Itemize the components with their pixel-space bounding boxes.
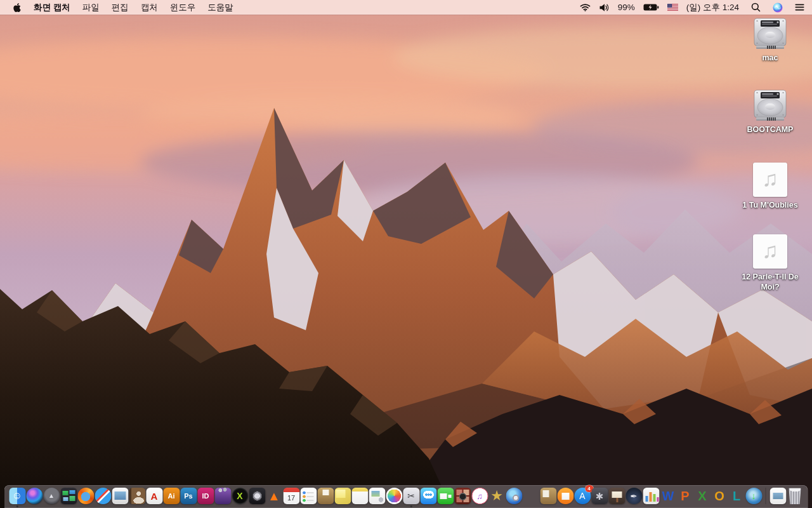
menu-clock[interactable]: (일) 오후 1:24 <box>686 2 739 13</box>
adobe-illustrator-glyph: Ai <box>168 493 175 500</box>
adobe-indesign-icon: ID <box>197 488 214 504</box>
dock-disc-utility-app[interactable] <box>249 488 265 504</box>
hard-drive-icon <box>752 90 789 121</box>
dock-ibooks[interactable] <box>557 488 573 504</box>
app-store-icon: A4 <box>574 488 591 504</box>
apple-menu[interactable] <box>13 3 22 13</box>
dock-mission-control[interactable] <box>60 488 77 504</box>
dock-acrobat-reader[interactable]: A <box>146 488 162 504</box>
audio-file-icon: ♫ <box>753 234 787 269</box>
dock-imovie[interactable]: ★ <box>488 488 505 504</box>
battery-charging-icon[interactable] <box>643 3 659 11</box>
dock-siri[interactable] <box>26 488 43 504</box>
menu-help[interactable]: 도움말 <box>207 2 233 13</box>
dock-reminders[interactable] <box>300 488 317 504</box>
dock-photos[interactable] <box>386 488 402 504</box>
desktop-icon-audio-file-1[interactable]: ♫ 1 Tu M'Oublies <box>735 163 805 211</box>
dock-ms-word[interactable]: W <box>660 488 676 504</box>
desktop-icon-label: 1 Tu M'Oublies <box>735 201 805 211</box>
dock-vlc[interactable]: ▲ <box>266 488 282 504</box>
dock-garageband[interactable] <box>523 488 539 504</box>
desktop-icon-bootcamp-drive[interactable]: BOOTCAMP <box>735 90 805 135</box>
menu-app-name[interactable]: 화면 캡처 <box>34 2 70 13</box>
dock-adobe-indesign[interactable]: ID <box>197 488 214 504</box>
spotlight-icon[interactable] <box>751 3 761 12</box>
garageband-icon <box>523 488 539 504</box>
desktop-wallpaper <box>0 0 812 508</box>
dock-adobe-illustrator[interactable]: Ai <box>163 488 180 504</box>
dock-dvd-ripper-app[interactable] <box>506 488 522 504</box>
ms-excel-glyph: X <box>698 490 706 502</box>
dock-app-store[interactable]: A4 <box>574 488 591 504</box>
adobe-photoshop-glyph: Ps <box>184 493 192 500</box>
notes-icon <box>351 488 368 504</box>
itunes-icon: ♫ <box>471 488 488 504</box>
desktop-icon-mac-drive[interactable]: mac <box>735 18 805 64</box>
dock-facetime[interactable] <box>437 488 454 504</box>
dock-photo-booth[interactable] <box>454 488 471 504</box>
us-flag-icon[interactable] <box>667 4 678 11</box>
dock-safari[interactable] <box>95 488 111 504</box>
finder-glyph: ☺ <box>12 491 22 501</box>
music-note-icon: ♫ <box>762 239 778 261</box>
dock-archive-utility-app[interactable] <box>540 488 556 504</box>
dock-trash[interactable] <box>787 488 803 504</box>
desktop-icon-audio-file-2[interactable]: ♫ 12 Parle-T-Il De Moi? <box>735 234 805 292</box>
dock-messages[interactable] <box>420 488 436 504</box>
menu-window[interactable]: 윈도우 <box>170 2 196 13</box>
dock-finder[interactable]: ☺ <box>9 488 25 504</box>
menu-file[interactable]: 파일 <box>82 2 100 13</box>
dock-stickies[interactable] <box>334 488 351 504</box>
dock-calendar[interactable]: 17 <box>283 488 299 504</box>
dock-media-converter-x[interactable]: X <box>232 488 248 504</box>
dock-preview[interactable] <box>112 488 128 504</box>
menu-bar: 화면 캡처 파일 편집 캡처 윈도우 도움말 99% <box>0 0 812 15</box>
menu-edit[interactable]: 편집 <box>112 2 129 13</box>
dock-document-viewer-app[interactable] <box>369 488 385 504</box>
dock-system-preferences[interactable]: ✱ <box>591 488 608 504</box>
dock-grab-screen-capture[interactable]: ✂ <box>403 488 419 504</box>
dock-toast-titanium[interactable] <box>214 488 231 504</box>
pages-glyph: ✒ <box>631 492 638 500</box>
dock-contacts[interactable] <box>129 488 145 504</box>
ms-excel-icon: X <box>694 488 710 504</box>
disc-utility-app-icon <box>249 488 265 504</box>
dock-web-download-app[interactable]: ↓ <box>745 488 762 504</box>
notification-center-icon[interactable] <box>795 3 804 11</box>
running-indicator <box>16 505 18 508</box>
dock-adobe-photoshop[interactable]: Ps <box>180 488 197 504</box>
dock-pages[interactable]: ✒ <box>625 488 642 504</box>
running-indicator <box>410 505 412 508</box>
ms-outlook-icon: O <box>711 488 728 504</box>
ms-word-glyph: W <box>662 490 674 502</box>
dock-itunes[interactable]: ♫ <box>471 488 488 504</box>
vlc-icon: ▲ <box>266 488 282 504</box>
preview-icon <box>112 488 128 504</box>
menu-capture[interactable]: 캡처 <box>141 2 158 13</box>
media-converter-x-glyph: X <box>237 491 242 500</box>
wifi-icon[interactable] <box>580 3 591 11</box>
dock-ms-powerpoint[interactable]: P <box>677 488 693 504</box>
dock-ms-outlook[interactable]: O <box>711 488 728 504</box>
dock-numbers[interactable] <box>643 488 659 504</box>
dock-firefox[interactable] <box>77 488 94 504</box>
dvd-ripper-app-icon <box>506 488 522 504</box>
messages-icon <box>420 488 436 504</box>
siri-icon[interactable] <box>773 3 783 13</box>
ms-word-icon: W <box>660 488 676 504</box>
volume-icon[interactable] <box>599 3 610 12</box>
keynote-icon <box>608 488 625 504</box>
dock-image-file[interactable] <box>769 488 786 504</box>
dock-notes[interactable] <box>351 488 368 504</box>
dock: ☺▲AAiPsIDX▲17✂♫★A4✱✒WPXOL↓ <box>4 485 808 508</box>
dock-keynote[interactable] <box>608 488 625 504</box>
photos-icon <box>386 488 402 504</box>
mission-control-icon <box>60 488 77 504</box>
acrobat-reader-glyph: A <box>151 491 158 501</box>
image-file-icon <box>769 488 786 504</box>
dock-ms-lync[interactable]: L <box>728 488 745 504</box>
dock-ms-excel[interactable]: X <box>694 488 710 504</box>
dock-launchpad[interactable]: ▲ <box>43 488 60 504</box>
grab-screen-capture-icon: ✂ <box>403 488 419 504</box>
dock-stuffit-expander[interactable] <box>317 488 334 504</box>
